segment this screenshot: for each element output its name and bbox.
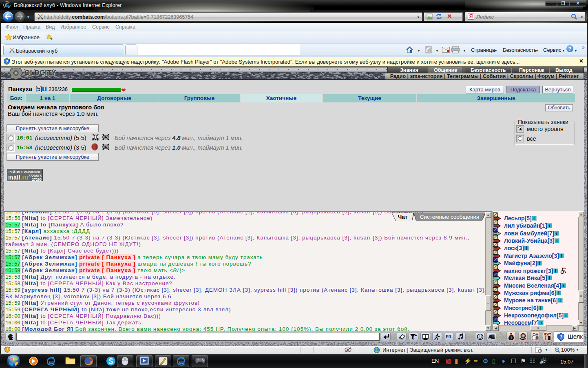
svg-text:!: ! — [425, 335, 426, 339]
svg-text:5: 5 — [522, 335, 524, 337]
svg-text:!: ! — [7, 348, 8, 352]
svg-text:?: ? — [559, 335, 562, 339]
svg-text:?: ? — [5, 59, 8, 64]
svg-text:i: i — [511, 336, 512, 340]
svg-text:EXIT: EXIT — [544, 333, 551, 336]
